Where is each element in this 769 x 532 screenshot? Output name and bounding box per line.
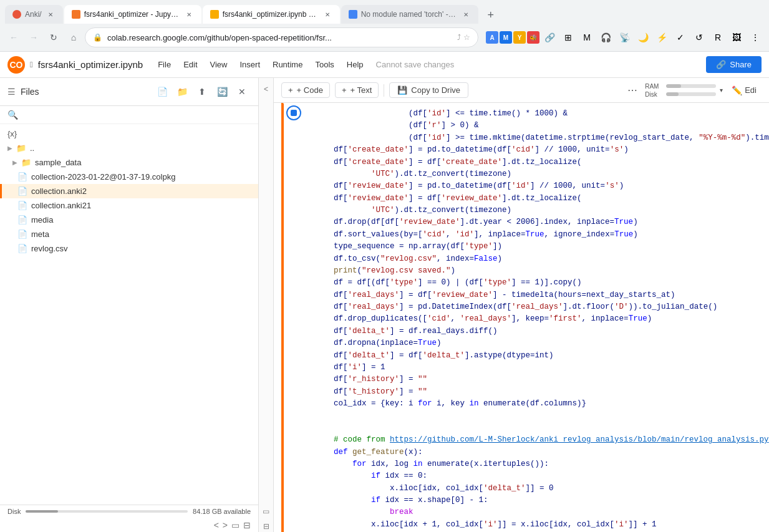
- sidebar-refresh-button[interactable]: 🔄: [213, 83, 231, 100]
- folder-icon-parent: 📁: [16, 143, 26, 153]
- ext-check-icon[interactable]: ✓: [672, 29, 689, 46]
- folder-icon-sample: 📁: [21, 158, 31, 167]
- app-title: fsrs4anki_optimizer.ipynb: [38, 59, 143, 70]
- tab-anki[interactable]: Anki/ ✕: [5, 5, 63, 24]
- code-line-24: df['t_history'] = "": [334, 386, 764, 398]
- tab-jupyter[interactable]: fsrs4anki_optimizer - Jupyter No... ✕: [64, 5, 201, 24]
- menu-tools[interactable]: Tools: [310, 57, 339, 72]
- menu-file[interactable]: File: [153, 57, 176, 72]
- copy-to-drive-button[interactable]: 💾 Copy to Drive: [389, 82, 468, 98]
- file-item-revlog[interactable]: 📄 revlog.csv: [0, 241, 258, 256]
- ext-more-icon[interactable]: ⋮: [747, 29, 764, 46]
- share-label: Share: [730, 60, 752, 69]
- file-icon-meta: 📄: [17, 230, 27, 239]
- file-item-sample-data[interactable]: ▶ 📁 sample_data: [0, 155, 258, 170]
- sidebar-new-folder-button[interactable]: 📁: [173, 83, 191, 100]
- menu-insert[interactable]: Insert: [235, 57, 265, 72]
- cannot-save-text[interactable]: Cannot save changes: [376, 60, 455, 69]
- tab-anki-close[interactable]: ✕: [46, 9, 56, 19]
- tab-jupyter-close[interactable]: ✕: [184, 9, 194, 19]
- code-line-blank2: [334, 422, 764, 434]
- plus-text-icon: +: [342, 85, 347, 95]
- ext-flash-icon[interactable]: ⚡: [653, 29, 670, 46]
- menu-view[interactable]: View: [205, 57, 233, 72]
- ext-rss-icon[interactable]: 📡: [616, 29, 633, 46]
- file-item-meta[interactable]: 📄 meta: [0, 227, 258, 241]
- file-icon-anki21: 📄: [17, 201, 27, 210]
- new-tab-button[interactable]: +: [482, 6, 500, 24]
- code-line-23: df['r_history'] = "": [334, 374, 764, 385]
- file-item-anki2[interactable]: 📄 collection.anki2: [0, 184, 258, 198]
- sidebar-close-button[interactable]: ✕: [233, 83, 251, 100]
- code-line-for: for idx, log in enumerate(x.itertuples()…: [334, 458, 764, 470]
- ext-a-icon[interactable]: A: [486, 31, 498, 44]
- code-line-10: df.drop(df[df['review_date'].dt.year < 2…: [334, 216, 764, 228]
- share-button[interactable]: 🔗 Share: [706, 56, 762, 73]
- ext-headphone-icon[interactable]: 🎧: [597, 29, 614, 46]
- github-icon: : [30, 60, 33, 69]
- left-icon-1[interactable]: <: [260, 83, 273, 95]
- ext-link-icon[interactable]: 🔗: [541, 29, 558, 46]
- ext-m-icon[interactable]: M: [500, 31, 512, 44]
- jupyter-favicon: [72, 10, 80, 19]
- star-icon[interactable]: ☆: [463, 33, 470, 42]
- forward-button[interactable]: →: [25, 29, 42, 46]
- app-logo: CO: [7, 56, 25, 74]
- sidebar-bottom-bar: Disk 84.18 GB available: [0, 505, 258, 518]
- ram-disk-indicator: RAM Disk: [645, 83, 716, 98]
- sidebar-upload-button[interactable]: ⬆: [193, 83, 211, 100]
- left-chevron-icon[interactable]: <: [214, 520, 219, 530]
- menu-help[interactable]: Help: [342, 57, 369, 72]
- search-icon: 🔍: [7, 110, 18, 120]
- file-item-colpkg[interactable]: 📄 collection-2023-01-22@01-37-19.colpkg: [0, 170, 258, 184]
- file-item-media[interactable]: 📄 media: [0, 213, 258, 227]
- ext-grid-icon[interactable]: ⊞: [559, 29, 577, 46]
- code-line-22: df['i'] = 1: [334, 362, 764, 374]
- right-chevron-icon[interactable]: >: [223, 520, 228, 530]
- left-icon-bottom2[interactable]: ⊟: [260, 520, 273, 532]
- ext-refresh-icon[interactable]: ↺: [690, 29, 708, 46]
- ext-r-icon[interactable]: R: [709, 29, 727, 46]
- anki-favicon: [12, 10, 21, 19]
- add-text-button[interactable]: + + Text: [335, 82, 379, 98]
- sidebar-new-file-button[interactable]: 📄: [153, 83, 171, 100]
- tab-google-close[interactable]: ✕: [461, 9, 471, 19]
- ext-bee-icon[interactable]: 🐝: [527, 31, 539, 44]
- left-icon-bottom1[interactable]: ▭: [260, 505, 273, 518]
- tab-google[interactable]: No module named 'torch' - Goo... ✕: [341, 5, 478, 24]
- cell-stop-button[interactable]: [286, 105, 301, 120]
- menu-runtime[interactable]: Runtime: [268, 57, 307, 72]
- file-item-parent[interactable]: ▶ 📁 ..: [0, 141, 258, 155]
- tab-colab-close[interactable]: ✕: [322, 9, 332, 19]
- reload-button[interactable]: ↻: [45, 29, 62, 46]
- url-icons: ⤴ ☆: [457, 33, 470, 42]
- add-code-button[interactable]: + + Code: [281, 82, 330, 98]
- share-url-icon[interactable]: ⤴: [457, 33, 461, 42]
- google-favicon: [349, 10, 357, 19]
- ram-dropdown-arrow[interactable]: ▾: [720, 87, 723, 94]
- folder-arrow-sample: ▶: [12, 159, 17, 166]
- more-options-button[interactable]: ⋯: [624, 82, 641, 99]
- ext-m2-icon[interactable]: M: [578, 29, 596, 46]
- ext-y-icon[interactable]: Y: [513, 31, 526, 44]
- edit-button[interactable]: ✏️ Edi: [727, 83, 762, 98]
- file-item-anki21[interactable]: 📄 collection.anki21: [0, 198, 258, 213]
- code-scroll-area[interactable]: (df['id'] <= time.time() * 1000) & (df['…: [274, 103, 769, 532]
- back-button[interactable]: ←: [5, 29, 22, 46]
- ext-img-icon[interactable]: 🖼: [728, 29, 745, 46]
- ext-moon-icon[interactable]: 🌙: [634, 29, 652, 46]
- terminal-icon[interactable]: ▭: [231, 520, 239, 530]
- menu-edit[interactable]: Edit: [178, 57, 202, 72]
- sidebar-menu-icon[interactable]: ☰: [7, 87, 16, 97]
- url-bar[interactable]: 🔒 colab.research.google.com/github/open-…: [85, 27, 478, 47]
- disk-bar-label: Disk: [645, 91, 664, 98]
- home-button[interactable]: ⌂: [65, 29, 82, 46]
- console-icon[interactable]: ⊟: [243, 520, 251, 530]
- file-label-sample: sample_data: [35, 158, 81, 167]
- disk-label: Disk: [7, 508, 21, 515]
- tab-colab[interactable]: fsrs4anki_optimizer.ipynb - Cola... ✕: [203, 5, 340, 24]
- browser-toolbar-icons: A M Y 🐝 🔗 ⊞ M 🎧 📡 🌙 ⚡ ✓ ↺ R 🖼 ⋮: [486, 29, 764, 46]
- var-tag-icon: {x}: [7, 129, 17, 138]
- code-line-5: df['create_date'] = df['create_date'].dt…: [334, 157, 764, 168]
- tab-bar: Anki/ ✕ fsrs4anki_optimizer - Jupyter No…: [0, 0, 769, 24]
